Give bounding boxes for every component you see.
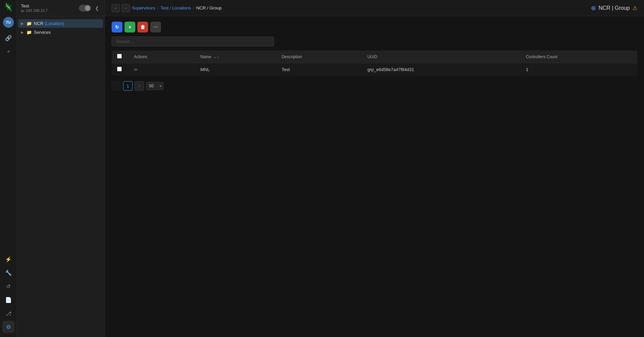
row-name: MNL xyxy=(201,67,210,72)
warning-icon: ⚠ xyxy=(632,5,637,11)
toolbar: ↻ + 🗑 ⋯ xyxy=(112,22,637,32)
row-description: Test xyxy=(282,67,290,72)
select-all-checkbox[interactable] xyxy=(117,54,122,59)
lightning-icon[interactable]: ⚡ xyxy=(2,253,15,265)
row-actions-cell: ✏ xyxy=(129,63,195,76)
row-description-cell: Test xyxy=(276,63,362,76)
toggle-switch[interactable] xyxy=(79,5,91,12)
row-checkbox[interactable] xyxy=(117,67,122,71)
sidebar-title: Test xyxy=(21,3,48,8)
sidebar-item-label-services: Services xyxy=(34,30,100,35)
row-uuid-cell: grp_e6d58e7a47f84d31 xyxy=(362,63,520,76)
select-all-column xyxy=(112,50,129,63)
column-description-label: Description xyxy=(282,54,302,59)
column-name-label: Name xyxy=(201,54,211,59)
target-icon: ⊕ xyxy=(591,4,596,12)
git-icon[interactable]: ⎇ xyxy=(2,307,15,319)
row-controllers-count-cell: 1 xyxy=(521,63,637,76)
data-table: Actions Name ▲▼ Description UUID Control… xyxy=(112,50,637,76)
chevron-icon: ▶ xyxy=(21,30,25,34)
icon-bar: 🦎 TU 🔗 ＋ ⚡ 🔧 ↺ 📄 ⎇ ⚙ xyxy=(0,0,17,337)
column-uuid-label: UUID xyxy=(367,54,377,59)
sync-icon[interactable]: ↺ xyxy=(2,280,15,292)
search-bar xyxy=(112,37,637,46)
breadcrumb-current: NCR / Group xyxy=(196,5,222,10)
content-area: ↻ + 🗑 ⋯ Actions Name ▲ xyxy=(105,16,644,337)
sidebar-item-services[interactable]: ▶ 📁 Services xyxy=(18,28,103,37)
row-controllers-count: 1 xyxy=(526,67,528,72)
delete-button[interactable]: 🗑 xyxy=(137,22,148,32)
row-uuid: grp_e6d58e7a47f84d31 xyxy=(367,67,414,72)
table-header-row: Actions Name ▲▼ Description UUID Control… xyxy=(112,50,637,63)
sidebar-ip: ip: 192.168.15.7 xyxy=(21,8,48,13)
column-controllers-count-label: Controllers Count xyxy=(526,54,557,59)
breadcrumb-supervisors[interactable]: Supervisors xyxy=(132,5,155,10)
prev-page-button[interactable]: ‹ xyxy=(112,81,121,91)
top-header: ‹ › Supervisors / Test / Locations / NCR… xyxy=(105,0,644,16)
column-actions-label: Actions xyxy=(134,54,147,59)
sidebar-tree: ▶ 📁 NCR (Location) ≡ ▶ 📁 Services xyxy=(17,16,105,337)
avatar[interactable]: TU xyxy=(3,17,14,28)
sidebar-controls: ❮ xyxy=(79,5,100,12)
forward-button[interactable]: › xyxy=(122,4,130,12)
table-row: ✏ MNL Test grp_e6d58e7a47f84d31 1 xyxy=(112,63,637,76)
folder-icon: 📁 xyxy=(26,21,32,26)
column-actions: Actions xyxy=(129,50,195,63)
link-icon[interactable]: 🔗 xyxy=(2,32,15,44)
sidebar-item-highlight: (Location) xyxy=(45,21,64,26)
column-uuid: UUID xyxy=(362,50,520,63)
column-description: Description xyxy=(276,50,362,63)
chevron-icon: ▶ xyxy=(21,22,25,25)
settings-icon[interactable]: ⚙ xyxy=(2,321,15,333)
breadcrumb-test-locations[interactable]: Test / Locations xyxy=(160,5,191,10)
back-button[interactable]: ‹ xyxy=(112,4,120,12)
page-size-wrapper: 10 25 50 100 xyxy=(146,82,163,90)
row-checkbox-cell xyxy=(112,63,129,76)
sidebar: Test ip: 192.168.15.7 ❮ ▶ 📁 NCR (Locatio… xyxy=(17,0,105,337)
edit-icon[interactable]: ✏ xyxy=(134,67,138,72)
pagination: ‹ 1 › 10 25 50 100 xyxy=(112,81,637,91)
folder-icon: 📁 xyxy=(26,30,32,35)
page-title-area: ⊕ NCR | Group ⚠ xyxy=(591,4,637,12)
sidebar-header: Test ip: 192.168.15.7 ❮ xyxy=(17,0,105,16)
sidebar-item-label-ncr: NCR (Location) xyxy=(34,21,98,26)
page-title: NCR | Group xyxy=(599,5,630,11)
app-logo: 🦎 xyxy=(4,3,13,12)
wrench-icon[interactable]: 🔧 xyxy=(2,267,15,279)
document-icon[interactable]: 📄 xyxy=(2,294,15,306)
sort-icon[interactable]: ▲▼ xyxy=(214,56,219,59)
page-size-select[interactable]: 10 25 50 100 xyxy=(146,82,163,90)
add-button[interactable]: + xyxy=(124,22,135,32)
refresh-button[interactable]: ↻ xyxy=(112,22,122,32)
search-input[interactable] xyxy=(112,37,274,46)
collapse-button[interactable]: ❮ xyxy=(94,5,100,12)
breadcrumb: ‹ › Supervisors / Test / Locations / NCR… xyxy=(112,4,222,12)
sidebar-item-ncr[interactable]: ▶ 📁 NCR (Location) ≡ xyxy=(18,19,103,28)
add-icon[interactable]: ＋ xyxy=(2,45,15,58)
column-name: Name ▲▼ xyxy=(195,50,276,63)
more-button[interactable]: ⋯ xyxy=(150,22,161,32)
main-content: ‹ › Supervisors / Test / Locations / NCR… xyxy=(105,0,644,337)
column-controllers-count: Controllers Count xyxy=(521,50,637,63)
next-page-button[interactable]: › xyxy=(135,81,144,91)
row-name-cell: MNL xyxy=(195,63,276,76)
current-page[interactable]: 1 xyxy=(123,81,133,91)
